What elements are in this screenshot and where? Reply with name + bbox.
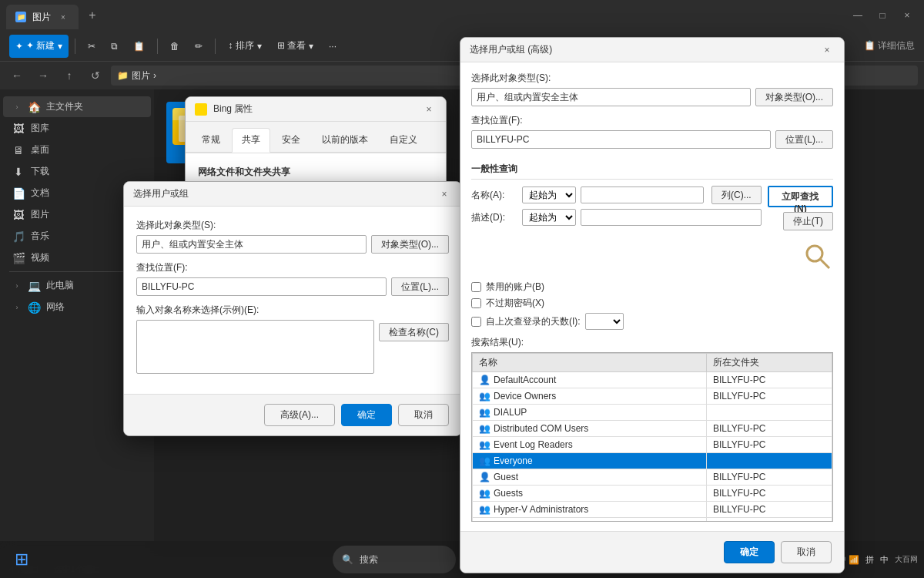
days-row: 自上次查登录的天数(I): (471, 313, 833, 330)
select-user-advanced-body: 选择此对象类型(S): 对象类型(O)... 查找位置(F): 位置(L)...… (460, 62, 844, 531)
toolbar-separator (75, 39, 75, 54)
name-value-field[interactable] (581, 187, 704, 203)
select-user-small-dialog[interactable]: 选择用户或组 × 选择此对象类型(S): 对象类型(O)... 查找位置(F):… (123, 181, 462, 436)
table-row[interactable]: 👥Distributed COM UsersBILLYFU-PC (473, 421, 832, 437)
col-name-header[interactable]: 名称 (473, 354, 707, 372)
days-check[interactable] (471, 317, 481, 327)
adv-obj-type-btn[interactable]: 对象类型(O)... (755, 88, 833, 106)
table-row[interactable]: 👤GuestBILLYFU-PC (473, 469, 832, 486)
select-user-small-body: 选择此对象类型(S): 对象类型(O)... 查找位置(F): 位置(L)...… (124, 207, 461, 394)
days-select[interactable] (585, 313, 624, 330)
gallery-icon: 🖼 (12, 123, 25, 135)
desc-value-field[interactable] (581, 209, 762, 226)
table-row[interactable]: 👥DIALUP (473, 405, 832, 421)
path-segment: 图片 (132, 69, 150, 82)
no-expire-check[interactable] (471, 298, 481, 308)
tab-close-btn[interactable]: × (57, 11, 69, 23)
desc-condition-select[interactable]: 起始为 包含 (522, 209, 576, 226)
adv-location-btn[interactable]: 位置(L)... (775, 130, 833, 149)
tab-custom[interactable]: 自定义 (380, 128, 427, 152)
detail-toggle[interactable]: 📋 详细信息 (864, 39, 915, 52)
refresh-btn[interactable]: ↺ (85, 65, 106, 86)
disabled-accounts-label: 禁用的账户(B) (486, 281, 544, 294)
table-row[interactable]: 👥IIS_IUSRSBILLYFU-PC (473, 518, 832, 523)
col-btn[interactable]: 列(C)... (711, 186, 762, 204)
taskbar-search-box[interactable]: 🔍 搜索 (333, 546, 456, 573)
tab-general[interactable]: 常规 (192, 128, 230, 152)
cut-btn[interactable]: ✂ (82, 35, 102, 58)
new-tab-btn[interactable]: + (82, 5, 103, 26)
copy-btn[interactable]: ⧉ (105, 35, 124, 58)
sidebar-item-home[interactable]: › 🏠 主文件夹 (3, 96, 151, 117)
check-names-btn[interactable]: 检查名称(C) (379, 323, 449, 341)
select-user-small-title: 选择用户或组 (133, 187, 430, 200)
name-condition-select[interactable]: 起始为 包含 (522, 187, 576, 203)
result-folder-cell (706, 453, 832, 469)
table-row[interactable]: 👥Hyper-V AdministratorsBILLYFU-PC (473, 502, 832, 518)
sidebar-label-videos: 视频 (31, 251, 49, 264)
select-user-small-cancel[interactable]: 取消 (398, 404, 449, 426)
result-name-cell: 👥Device Owners (473, 388, 707, 405)
days-label: 自上次查登录的天数(I): (486, 315, 581, 328)
maximize-btn[interactable]: □ (872, 5, 893, 26)
tab-share[interactable]: 共享 (232, 128, 270, 153)
group-icon: 👥 (479, 439, 490, 450)
sidebar-item-desktop[interactable]: 🖥 桌面 (3, 139, 151, 160)
rename-btn[interactable]: ✏ (189, 35, 209, 58)
adv-ok-btn[interactable]: 确定 (724, 541, 775, 563)
disabled-accounts-check[interactable] (471, 282, 481, 292)
sort-btn[interactable]: ↕ 排序 ▾ (222, 35, 267, 58)
location-btn[interactable]: 位置(L)... (391, 277, 449, 296)
find-now-btn[interactable]: 立即查找(N) (768, 186, 833, 207)
select-user-small-close[interactable]: × (437, 187, 452, 202)
col-folder-header[interactable]: 所在文件夹 (706, 354, 832, 372)
select-user-advanced-close[interactable]: × (819, 42, 835, 58)
docs-icon: 📄 (12, 187, 25, 200)
obj-type-field[interactable] (136, 235, 367, 254)
table-row[interactable]: 👥GuestsBILLYFU-PC (473, 486, 832, 502)
close-btn[interactable]: × (896, 5, 918, 26)
sidebar-label-gallery: 图库 (31, 122, 49, 135)
group-icon: 👥 (479, 423, 490, 434)
obj-name-textarea[interactable] (136, 320, 374, 374)
location-field[interactable] (136, 277, 387, 296)
forward-btn[interactable]: → (32, 65, 54, 86)
title-tab[interactable]: 📁 图片 × (6, 5, 79, 29)
bing-props-close[interactable]: × (421, 102, 437, 117)
more-btn[interactable]: ··· (323, 35, 343, 58)
adv-cancel-btn[interactable]: 取消 (781, 541, 832, 563)
advanced-btn[interactable]: 高级(A)... (264, 404, 335, 426)
tab-previous[interactable]: 以前的版本 (312, 128, 378, 152)
location-input-row: 位置(L)... (136, 277, 449, 296)
new-button[interactable]: ✦ ✦ 新建 ▾ (9, 35, 69, 58)
select-user-small-footer: 高级(A)... 确定 取消 (124, 394, 461, 435)
obj-type-btn[interactable]: 对象类型(O)... (371, 235, 449, 254)
table-row[interactable]: 👥Event Log ReadersBILLYFU-PC (473, 437, 832, 453)
select-user-small-ok[interactable]: 确定 (341, 404, 392, 426)
taskbar-left: ⊞ (6, 544, 37, 575)
adv-location-field[interactable] (471, 130, 771, 149)
table-row[interactable]: 👥Everyone (473, 453, 832, 469)
paste-btn[interactable]: 📋 (127, 35, 151, 58)
new-label: ✦ 新建 (26, 39, 55, 52)
sidebar-item-gallery[interactable]: 🖼 图库 (3, 118, 151, 139)
table-row[interactable]: 👤DefaultAccountBILLYFU-PC (473, 372, 832, 388)
ime-indicator[interactable]: 拼 (865, 554, 874, 566)
view-btn[interactable]: ⊞ 查看 ▾ (271, 35, 320, 58)
results-container[interactable]: 名称 所在文件夹 👤DefaultAccountBILLYFU-PC👥Devic… (471, 352, 833, 522)
start-btn[interactable]: ⊞ (6, 544, 37, 575)
delete-btn[interactable]: 🗑 (164, 35, 186, 58)
sidebar-item-download[interactable]: ⬇ 下载 (3, 161, 151, 182)
minimize-btn[interactable]: — (847, 5, 869, 26)
desc-label: 描述(D): (471, 211, 517, 224)
adv-obj-type-field[interactable] (471, 88, 751, 106)
back-btn[interactable]: ← (6, 65, 28, 86)
up-btn[interactable]: ↑ (59, 65, 80, 86)
result-folder-cell: BILLYFU-PC (706, 518, 832, 523)
select-user-small-titlebar: 选择用户或组 × (124, 182, 461, 207)
table-row[interactable]: 👥Device OwnersBILLYFU-PC (473, 388, 832, 405)
stop-btn[interactable]: 停止(T) (783, 212, 833, 230)
tab-security[interactable]: 安全 (272, 128, 310, 152)
obj-name-label: 输入对象名称来选择(示例)(E): (136, 304, 449, 317)
select-user-advanced-dialog[interactable]: 选择用户或组 (高级) × 选择此对象类型(S): 对象类型(O)... 查找位… (460, 37, 845, 573)
